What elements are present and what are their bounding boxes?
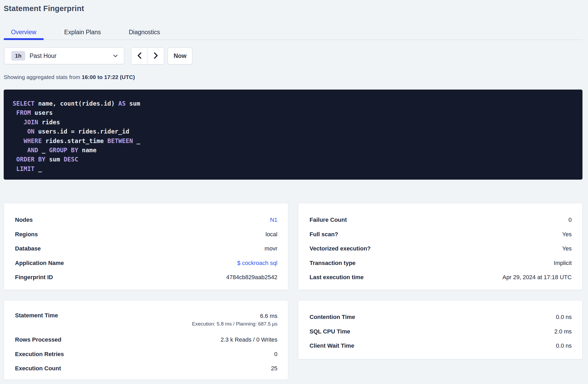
row-label: Client Wait Time xyxy=(310,342,354,349)
row-value: 0 xyxy=(274,351,277,358)
row-value-detail: Execution: 5.8 ms / Planning: 687.5 µs xyxy=(192,320,277,328)
sql-line: ON users.id = rides.rider_id xyxy=(13,127,574,136)
sql-token-text: _ xyxy=(133,137,140,144)
row-label: Execution Count xyxy=(15,365,61,372)
row-value: 0.0 ns xyxy=(556,342,572,349)
sql-statement-box: SELECT name, count(rides.id) AS sum FROM… xyxy=(4,90,582,180)
sql-token-text xyxy=(13,119,24,126)
row-label: Vectorized execution? xyxy=(310,245,371,252)
summary-row: Full scan?Yes xyxy=(310,227,572,242)
row-value: 2.0 ms xyxy=(554,328,572,335)
row-value: movr xyxy=(265,245,277,252)
sql-token-text: users xyxy=(31,109,53,116)
summary-row: NodesN1 xyxy=(15,213,277,227)
sql-token-text xyxy=(13,156,16,163)
row-value: 25 xyxy=(271,365,277,372)
summary-row: Regionslocal xyxy=(15,227,277,242)
row-label: Failure Count xyxy=(310,216,347,223)
row-value: 2.3 k Reads / 0 Writes xyxy=(221,336,277,343)
row-value: 0 xyxy=(569,216,572,223)
chevron-right-icon xyxy=(153,52,159,60)
execution-attributes-card: Failure Count0Full scan?YesVectorized ex… xyxy=(298,203,582,290)
summary-row: SQL CPU Time2.0 ms xyxy=(310,324,572,339)
aggregated-stats-prefix: Showing aggregated stats from xyxy=(4,74,82,80)
app-name-link[interactable]: $ cockroach sql xyxy=(237,260,277,267)
summary-row: Execution Count25 xyxy=(15,361,277,376)
time-range-dropdown[interactable]: 1h Past Hour xyxy=(4,47,124,64)
summary-row: Statement Time6.6 msExecution: 5.8 ms / … xyxy=(15,310,277,333)
sql-token-text: _ xyxy=(38,147,49,154)
sql-token-text: rides.start_time xyxy=(42,137,107,144)
summary-row: Client Wait Time0.0 ns xyxy=(310,339,572,353)
sql-token-text: name, count(rides.id) xyxy=(34,100,118,107)
row-label: SQL CPU Time xyxy=(310,328,350,335)
sql-token-text xyxy=(13,165,16,172)
time-range-badge: 1h xyxy=(11,51,25,61)
tab-diagnostics[interactable]: Diagnostics xyxy=(121,25,167,40)
row-label: Fingerprint ID xyxy=(15,274,53,281)
sql-line: SELECT name, count(rides.id) AS sum xyxy=(13,99,574,108)
row-value: local xyxy=(266,231,277,238)
sql-line: LIMIT _ xyxy=(13,164,574,174)
sql-line: FROM users xyxy=(13,108,574,117)
sql-token-text: users.id = rides.rider_id xyxy=(34,128,129,135)
row-label: Nodes xyxy=(15,216,33,223)
summary-row: Application Name$ cockroach sql xyxy=(15,256,277,270)
sql-token-text: sum xyxy=(46,156,64,163)
row-label: Regions xyxy=(15,231,38,238)
chevron-left-icon xyxy=(137,52,142,60)
row-value: Yes xyxy=(562,245,572,252)
row-label: Contention Time xyxy=(310,314,355,321)
summary-row: Execution Retries0 xyxy=(15,347,277,362)
wait-time-card: Contention Time0.0 nsSQL CPU Time2.0 msC… xyxy=(298,300,582,359)
sql-token-text xyxy=(13,137,24,144)
row-label: Full scan? xyxy=(310,231,338,238)
summary-row: Vectorized execution?Yes xyxy=(310,242,572,256)
sql-token-keyword: BETWEEN xyxy=(107,137,133,144)
page-title: Statement Fingerprint xyxy=(4,4,84,13)
nodes-link[interactable]: N1 xyxy=(270,216,277,223)
summary-row: Contention Time0.0 ns xyxy=(310,310,572,324)
tab-explain-plans[interactable]: Explain Plans xyxy=(57,25,108,40)
sql-token-text xyxy=(13,128,27,135)
sql-token-text xyxy=(13,147,27,154)
row-value: Yes xyxy=(562,231,572,238)
sql-token-keyword: SELECT xyxy=(13,100,34,107)
sql-token-text: _ xyxy=(34,165,42,172)
summary-row: Failure Count0 xyxy=(310,213,572,227)
sql-token-keyword: AND xyxy=(27,147,38,154)
sql-token-keyword: DESC xyxy=(64,156,78,163)
sql-token-text: rides xyxy=(38,119,60,126)
previous-time-interval-button[interactable] xyxy=(131,48,148,64)
sql-token-keyword: GROUP BY xyxy=(49,147,78,154)
sql-token-keyword: JOIN xyxy=(24,119,38,126)
row-value: 0.0 ns xyxy=(556,314,572,321)
tab-overview[interactable]: Overview xyxy=(4,25,44,40)
sql-token-keyword: ORDER BY xyxy=(16,156,46,163)
row-value: 6.6 ms xyxy=(192,312,277,320)
summary-row: Databasemovr xyxy=(15,242,277,256)
summary-row: Last execution timeApr 29, 2024 at 17:18… xyxy=(310,270,572,285)
row-label: Database xyxy=(15,245,41,252)
sql-token-keyword: AS xyxy=(118,100,126,107)
chevron-down-icon xyxy=(113,55,118,57)
sql-line: ORDER BY sum DESC xyxy=(13,155,574,164)
row-value: Apr 29, 2024 at 17:18 UTC xyxy=(502,274,572,281)
sql-token-text: name xyxy=(78,147,96,154)
row-label: Execution Retries xyxy=(15,351,64,358)
summary-row: Rows Processed2.3 k Reads / 0 Writes xyxy=(15,333,277,347)
sql-token-text xyxy=(13,109,16,116)
row-label: Last execution time xyxy=(310,274,363,281)
sql-token-keyword: WHERE xyxy=(24,137,42,144)
aggregated-stats-range: 16:00 to 17:22 (UTC) xyxy=(82,74,135,80)
tab-bar: Overview Explain Plans Diagnostics xyxy=(4,25,582,40)
row-value-stack: 6.6 msExecution: 5.8 ms / Planning: 687.… xyxy=(192,312,277,328)
time-interval-arrows xyxy=(131,47,164,65)
aggregated-stats-text: Showing aggregated stats from 16:00 to 1… xyxy=(4,74,135,80)
sql-token-keyword: FROM xyxy=(16,109,31,116)
sql-token-keyword: ON xyxy=(27,128,34,135)
row-label: Transaction type xyxy=(310,260,356,267)
now-button[interactable]: Now xyxy=(168,47,192,65)
next-time-interval-button[interactable] xyxy=(148,48,164,64)
sql-line: JOIN rides xyxy=(13,118,574,127)
